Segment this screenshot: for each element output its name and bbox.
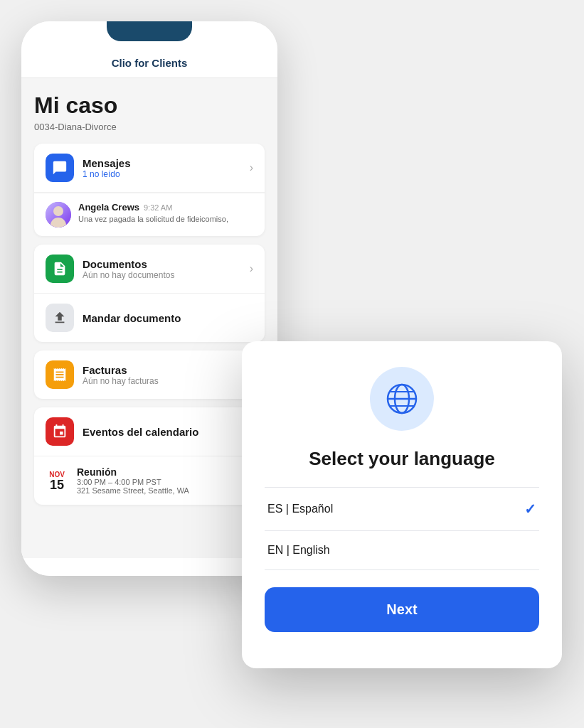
- mensajes-chevron: ›: [250, 161, 253, 174]
- phone-body: Mi caso 0034-Diana-Divorce Mensajes 1 no…: [21, 78, 277, 558]
- reunion-title: Reunión: [77, 466, 253, 478]
- phone-frame: Clio for Clients Mi caso 0034-Diana-Divo…: [21, 21, 277, 576]
- lang-label-es: ES | Español: [267, 503, 333, 515]
- facturas-card[interactable]: Facturas Aún no hay facturas: [34, 350, 265, 399]
- case-title: Mi caso: [34, 92, 265, 119]
- facturas-text: Facturas Aún no hay facturas: [83, 364, 253, 386]
- mensajes-text: Mensajes 1 no leído: [83, 157, 241, 179]
- documentos-row[interactable]: Documentos Aún no hay documentos ›: [34, 245, 265, 294]
- facturas-subtitle: Aún no hay facturas: [83, 376, 253, 386]
- documentos-text: Documentos Aún no hay documentos: [83, 258, 241, 280]
- msg-text: Una vez pagada la solicitud de fideicomi…: [78, 214, 253, 225]
- globe-circle: [370, 367, 434, 431]
- documentos-title: Documentos: [83, 258, 241, 270]
- mandar-text: Mandar documento: [83, 312, 253, 324]
- mensajes-icon: [46, 154, 74, 182]
- mandar-row[interactable]: Mandar documento: [34, 294, 265, 342]
- lang-label-en: EN | English: [267, 544, 330, 557]
- documentos-chevron: ›: [250, 262, 253, 275]
- documentos-card[interactable]: Documentos Aún no hay documentos › Manda…: [34, 245, 265, 342]
- eventos-text: Eventos del calendario: [83, 426, 253, 438]
- mandar-title: Mandar documento: [83, 312, 253, 324]
- phone-notch: [107, 21, 192, 41]
- eventos-title: Eventos del calendario: [83, 426, 253, 438]
- lang-option-en[interactable]: EN | English: [265, 531, 539, 570]
- lang-option-es[interactable]: ES | Español ✓: [265, 488, 539, 531]
- msg-name: Angela Crews: [78, 202, 139, 213]
- mandar-icon: [46, 304, 74, 332]
- language-options: ES | Español ✓ EN | English: [265, 487, 539, 570]
- msg-row: Angela Crews 9:32 AM Una vez pagada la s…: [46, 202, 253, 228]
- modal-title: Select your language: [309, 448, 495, 470]
- mensajes-title: Mensajes: [83, 157, 241, 169]
- eventos-card[interactable]: Eventos del calendario Nov 15 Reunión 3:…: [34, 407, 265, 505]
- date-month: Nov: [49, 471, 65, 478]
- phone-content: Clio for Clients Mi caso 0034-Diana-Divo…: [21, 21, 277, 576]
- mensajes-row[interactable]: Mensajes 1 no leído ›: [34, 144, 265, 193]
- lang-check-es: ✓: [524, 500, 536, 518]
- language-modal: Select your language ES | Español ✓ EN |…: [242, 341, 562, 668]
- avatar-image: [46, 202, 71, 228]
- message-preview: Angela Crews 9:32 AM Una vez pagada la s…: [34, 193, 265, 236]
- globe-icon: [385, 382, 419, 416]
- msg-time: 9:32 AM: [144, 203, 172, 212]
- avatar: [46, 202, 71, 228]
- mensajes-subtitle: 1 no leído: [83, 169, 241, 179]
- msg-content: Angela Crews 9:32 AM Una vez pagada la s…: [78, 202, 253, 225]
- facturas-icon: [46, 360, 74, 389]
- facturas-row[interactable]: Facturas Aún no hay facturas: [34, 350, 265, 399]
- date-day: 15: [50, 478, 64, 491]
- reunion-time: 3:00 PM – 4:00 PM PST: [77, 478, 253, 486]
- documentos-icon: [46, 255, 74, 283]
- date-badge: Nov 15: [46, 471, 68, 491]
- app-title: Clio for Clients: [21, 50, 277, 78]
- reunion-text: Reunión 3:00 PM – 4:00 PM PST 321 Sesame…: [77, 466, 253, 495]
- documentos-subtitle: Aún no hay documentos: [83, 270, 241, 280]
- facturas-title: Facturas: [83, 364, 253, 376]
- eventos-row[interactable]: Eventos del calendario: [34, 407, 265, 456]
- case-subtitle: 0034-Diana-Divorce: [34, 122, 265, 132]
- eventos-icon: [46, 417, 74, 446]
- msg-header: Angela Crews 9:32 AM: [78, 202, 253, 213]
- reunion-row[interactable]: Nov 15 Reunión 3:00 PM – 4:00 PM PST 321…: [34, 456, 265, 505]
- mensajes-card[interactable]: Mensajes 1 no leído › Angela Crews 9:: [34, 144, 265, 236]
- next-button[interactable]: Next: [265, 587, 539, 632]
- reunion-address: 321 Sesame Street, Seattle, WA: [77, 486, 253, 495]
